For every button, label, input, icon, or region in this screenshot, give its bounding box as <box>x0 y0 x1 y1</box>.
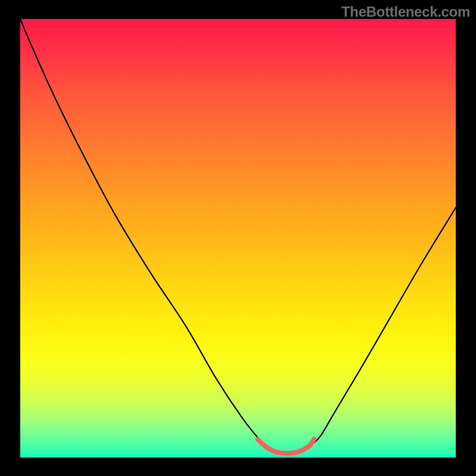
watermark-text: TheBottleneck.com <box>342 4 470 20</box>
curve-group <box>20 19 456 453</box>
chart-svg <box>20 19 456 458</box>
chart-container: TheBottleneck.com <box>0 0 476 476</box>
highlight-segment <box>258 439 314 453</box>
bottleneck-curve <box>20 19 456 453</box>
